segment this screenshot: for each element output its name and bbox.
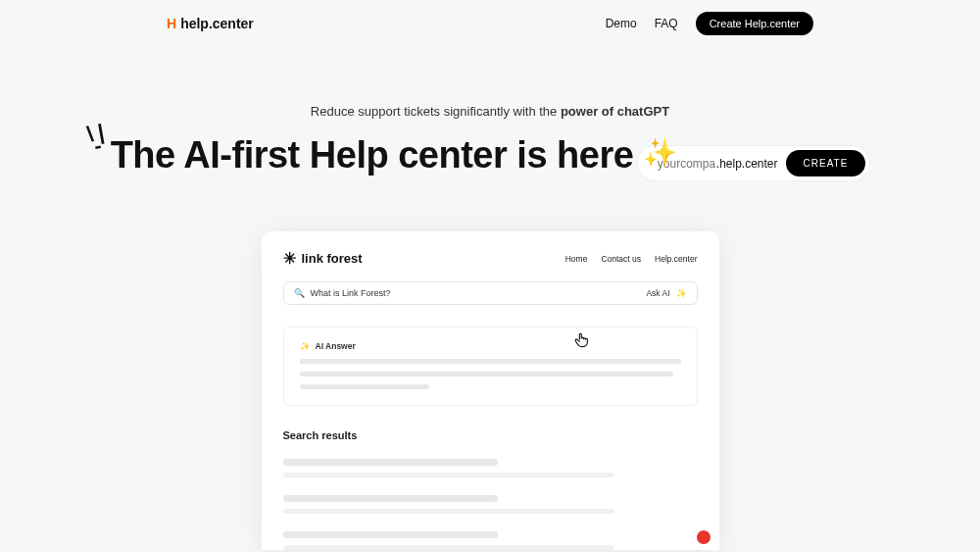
create-button[interactable]: CREATE xyxy=(786,150,866,176)
preview-brand-logo: ✳ link forest xyxy=(283,249,363,268)
product-preview: ✳ link forest Home Contact us Help.cente… xyxy=(262,231,719,550)
skeleton-title xyxy=(283,531,499,538)
skeleton-line xyxy=(300,384,429,389)
accent-lines-icon: \ |- xyxy=(85,125,106,153)
logo-mark-icon: H xyxy=(167,16,176,31)
logo-text: help.center xyxy=(180,16,254,31)
ai-answer-label: ✨ AI Answer xyxy=(300,341,681,351)
hero-section: Reduce support tickets significantly wit… xyxy=(0,104,980,550)
hero-headline: \ |- The AI-first Help center is here ✨ xyxy=(111,134,634,176)
ask-ai-button[interactable]: Ask AI ✨ xyxy=(646,288,686,298)
skeleton-title xyxy=(283,459,499,466)
search-results-title: Search results xyxy=(283,429,698,441)
preview-header: ✳ link forest Home Contact us Help.cente… xyxy=(283,249,698,268)
search-query-text: What is Link Forest? xyxy=(311,288,391,298)
skeleton-title xyxy=(283,495,499,502)
skeleton-subtitle xyxy=(283,509,614,514)
skeleton-subtitle xyxy=(283,545,614,550)
preview-nav-contact[interactable]: Contact us xyxy=(601,254,641,264)
sparkle-tiny-icon: ✨ xyxy=(300,341,311,351)
tagline: Reduce support tickets significantly wit… xyxy=(0,104,980,119)
ask-ai-label: Ask AI xyxy=(646,288,669,298)
preview-nav-home[interactable]: Home xyxy=(565,254,588,264)
result-item[interactable] xyxy=(283,495,698,514)
result-item[interactable] xyxy=(283,459,698,477)
preview-brand-text: link forest xyxy=(302,251,363,266)
site-header: H help.center Demo FAQ Create Help.cente… xyxy=(0,0,980,47)
top-nav: Demo FAQ Create Help.center xyxy=(606,12,813,35)
tagline-bold: power of chatGPT xyxy=(561,104,669,119)
preview-search-bar[interactable]: 🔍 What is Link Forest? Ask AI ✨ xyxy=(283,281,698,305)
create-help-center-button[interactable]: Create Help.center xyxy=(696,12,813,35)
nav-demo[interactable]: Demo xyxy=(606,17,637,30)
ai-answer-card: ✨ AI Answer xyxy=(283,326,698,406)
headline-text: The AI-first Help center is here xyxy=(111,134,634,176)
ai-answer-text: AI Answer xyxy=(316,341,356,351)
result-item[interactable] xyxy=(283,531,698,550)
skeleton-line xyxy=(300,372,673,376)
preview-nav-help[interactable]: Help.center xyxy=(655,254,697,264)
tagline-text: Reduce support tickets significantly wit… xyxy=(311,104,561,119)
preview-nav: Home Contact us Help.center xyxy=(565,254,698,264)
search-icon: 🔍 xyxy=(294,288,305,298)
asterisk-icon: ✳ xyxy=(283,249,296,268)
brand-logo[interactable]: H help.center xyxy=(167,16,254,31)
notification-badge-icon[interactable] xyxy=(697,530,710,544)
skeleton-line xyxy=(300,359,681,364)
nav-faq[interactable]: FAQ xyxy=(655,17,678,30)
cursor-hand-icon xyxy=(574,331,590,352)
sparkle-small-icon: ✨ xyxy=(676,288,687,298)
domain-suffix: .help.center xyxy=(716,157,786,171)
sparkle-icon: ✨ xyxy=(643,136,677,169)
skeleton-subtitle xyxy=(283,473,614,477)
